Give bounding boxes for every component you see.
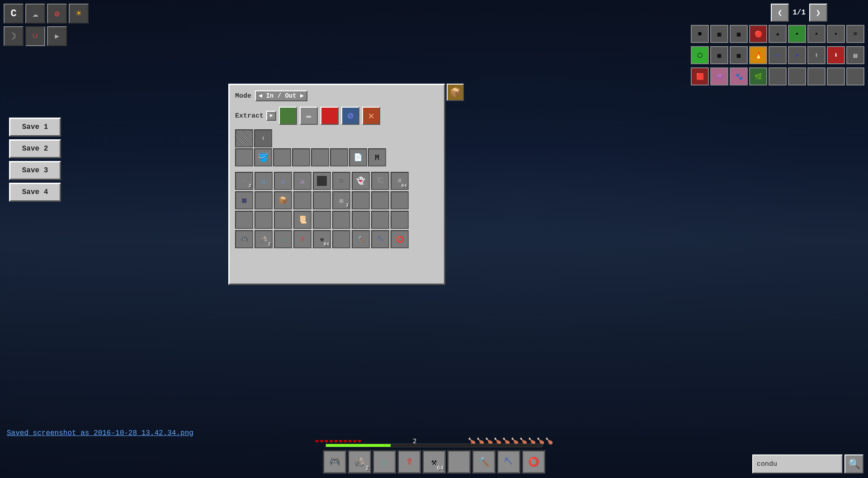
panel-icon-16[interactable]: ⬆ [807,46,826,64]
inv-slot-0-5[interactable]: ⚙ [332,172,350,190]
inv-slot-3-3[interactable]: 🗡 [293,230,311,248]
panel-icon-6[interactable]: ▪ [788,25,806,43]
panel-icon-18[interactable]: ▤ [846,46,864,64]
inv-slot-3-2[interactable]: ⚔ [274,230,292,248]
inv-slot-0-3[interactable]: ⚔ [293,172,311,190]
hotbar-slot-3[interactable]: 🗡 [397,450,421,473]
sun-icon[interactable]: ☀ [69,4,89,24]
panel-icon-13[interactable]: 🔥 [749,46,767,64]
cloud-icon[interactable]: ☁ [25,4,45,24]
nav-prev-button[interactable]: ❮ [771,4,789,22]
inv-slot-2-1[interactable] [255,211,273,229]
inv-slot-3-5[interactable] [332,230,350,248]
panel-icon-21[interactable]: 🐾 [730,67,748,85]
inv-slot-3-7[interactable]: ⛏ [371,230,389,248]
panel-icon-14[interactable]: ⚡ [769,46,787,64]
hotbar-slot-1[interactable]: 🪨 2 [348,450,371,473]
mode-prev-arrow[interactable]: ◄ [259,92,262,99]
info-icon[interactable]: 📦 [447,84,464,101]
slot-textured-1[interactable] [235,129,253,147]
slot-empty-4[interactable] [311,148,329,166]
panel-icon-24[interactable] [788,67,806,85]
inv-slot-1-1[interactable] [255,191,273,209]
panel-icon-23[interactable] [769,67,787,85]
filter-gray[interactable]: ▬ [300,107,318,125]
hotbar-slot-5[interactable] [447,450,471,473]
hotbar-slot-6[interactable]: 🔨 [472,450,495,473]
panel-icon-3[interactable]: ▦ [730,25,748,43]
inv-slot-0-4[interactable] [313,172,331,190]
panel-icon-4[interactable]: 🔴 [749,25,767,43]
panel-icon-19[interactable]: 🟥 [691,67,709,85]
slot-empty-3[interactable] [292,148,310,166]
filter-red[interactable] [321,107,339,125]
inv-slot-0-2[interactable]: ⚔ [274,172,292,190]
panel-icon-9[interactable]: ≡ [846,25,864,43]
panel-icon-2[interactable]: ▦ [710,25,728,43]
extract-arrow[interactable]: ► [266,111,276,121]
panel-icon-17[interactable]: ⬇ [827,46,845,64]
slot-m[interactable]: M [368,148,386,166]
inv-slot-2-2[interactable] [274,211,292,229]
inv-slot-2-6[interactable] [352,211,370,229]
panel-icon-5[interactable]: ✚ [769,25,787,43]
inv-slot-1-6[interactable] [352,191,370,209]
panel-icon-27[interactable] [846,67,864,85]
inv-slot-0-6[interactable]: 👻 [352,172,370,190]
panel-icon-12[interactable]: ▦ [730,46,748,64]
hotbar-slot-4[interactable]: ⚒ 64 [422,450,446,473]
terminal-icon[interactable]: ▶ [47,26,67,46]
horseshoe-icon[interactable]: ∩ [25,26,45,46]
inv-slot-3-0[interactable]: 🎮 [235,230,253,248]
inv-slot-3-8[interactable]: ⭕ [391,230,409,248]
inv-slot-3-6[interactable]: 🔨 [352,230,370,248]
nav-next-button[interactable]: ❯ [809,4,827,22]
hotbar-slot-8[interactable]: ⭕ [522,450,545,473]
panel-icon-7[interactable]: ▪ [807,25,826,43]
slot-empty-2[interactable] [273,148,291,166]
inv-slot-2-7[interactable] [371,211,389,229]
inv-slot-1-4[interactable] [313,191,331,209]
inv-slot-2-8[interactable] [391,211,409,229]
inv-slot-2-3[interactable]: 📜 [293,211,311,229]
c-icon[interactable]: C [4,4,24,24]
panel-icon-25[interactable] [807,67,826,85]
inv-slot-3-1[interactable]: 🪨 2 [255,230,273,248]
search-input[interactable] [752,454,843,473]
inv-slot-1-5[interactable]: ▦ 3 [332,191,350,209]
save-1-button[interactable]: Save 1 [9,118,61,137]
moon-icon[interactable]: ☽ [4,26,24,46]
mode-next-arrow[interactable]: ► [300,92,304,99]
filter-orange[interactable]: ✕ [362,107,380,125]
slot-bucket[interactable]: 🪣 [254,148,272,166]
filter-blue[interactable]: ⊘ [341,107,359,125]
inv-slot-1-3[interactable] [293,191,311,209]
inv-slot-0-8[interactable]: ■ 64 [391,172,409,190]
slot-paper[interactable]: 📄 [349,148,367,166]
panel-icon-1[interactable]: ■ [691,25,709,43]
inv-slot-1-2[interactable]: 📦 [274,191,292,209]
save-3-button[interactable]: Save 3 [9,161,61,180]
inv-slot-1-0[interactable]: ▦ [235,191,253,209]
hotbar-slot-2[interactable]: ⚔ [373,450,396,473]
hotbar-slot-0[interactable]: 🎮 [323,450,346,473]
slot-up-arrow[interactable]: ⬆ [254,129,272,147]
search-button[interactable]: 🔍 [844,454,863,473]
panel-icon-20[interactable]: 👾 [710,67,728,85]
crossed-icon[interactable]: ⊘ [47,4,67,24]
panel-icon-8[interactable]: ▪ [827,25,845,43]
slot-empty-5[interactable] [330,148,348,166]
inv-slot-2-5[interactable] [332,211,350,229]
filter-green[interactable] [279,107,297,125]
slot-empty-1[interactable] [235,148,253,166]
inv-slot-1-8[interactable] [391,191,409,209]
panel-icon-11[interactable]: ▦ [710,46,728,64]
panel-icon-22[interactable]: 🌿 [749,67,767,85]
inv-slot-2-0[interactable] [235,211,253,229]
save-4-button[interactable]: Save 4 [9,183,61,202]
save-2-button[interactable]: Save 2 [9,139,61,158]
inv-slot-3-4[interactable]: ⚒ 64 [313,230,331,248]
inv-slot-0-0[interactable]: ⚡ 2 [235,172,253,190]
hotbar-slot-7[interactable]: ⛏ [497,450,520,473]
inv-slot-2-4[interactable] [313,211,331,229]
